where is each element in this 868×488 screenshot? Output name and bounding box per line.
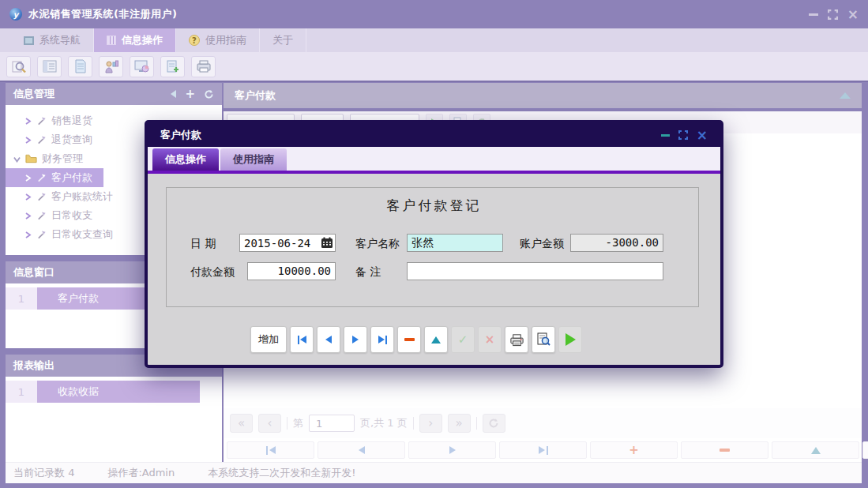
folder-icon — [25, 154, 37, 163]
first-record-button[interactable] — [290, 326, 314, 353]
tree-item-return-query[interactable]: 退货查询 — [6, 130, 103, 149]
system-message: 本系统支持二次开发和全新开发! — [208, 466, 355, 480]
window-pane-icon — [24, 36, 34, 45]
report-list-item[interactable]: 1 收款收据 — [6, 381, 200, 403]
customer-name-field[interactable]: 张然 — [407, 234, 503, 252]
dialog-tab-user-guide[interactable]: 使用指南 — [220, 148, 287, 171]
record-count-status: 当前记录数 4 — [13, 466, 74, 480]
date-field[interactable]: 2015-06-24 — [239, 234, 336, 252]
application-window: y 水泥销售管理系统(非注册用户) × 系统导航 信息操作 ? 使用指南 关于 — [0, 0, 868, 488]
customer-name-label: 客户名称 — [355, 234, 400, 253]
prev-record-button[interactable] — [317, 326, 340, 353]
collapse-left-icon[interactable] — [171, 90, 176, 98]
operator-status: 操作者:Admin — [107, 466, 175, 480]
confirm-record-button[interactable]: ✓ — [862, 441, 868, 459]
run-button[interactable] — [558, 326, 582, 353]
document-icon[interactable] — [68, 56, 92, 77]
chevron-right-icon — [24, 118, 32, 125]
tree-item-customer-account-stats[interactable]: 客户账款统计 — [6, 187, 124, 206]
dialog-title: 客户付款 — [160, 128, 201, 142]
report-list: 1 收款收据 — [6, 377, 222, 462]
tree-item-customer-payment[interactable]: 客户付款 — [6, 168, 103, 187]
confirm-button: ✓ — [451, 326, 475, 353]
page-label-suffix: 页,共 1 页 — [360, 416, 408, 430]
collapse-up-icon[interactable] — [840, 92, 851, 99]
info-panel-header: 信息管理 + — [6, 83, 222, 105]
tree-item-sales-return[interactable]: 销售退货 — [6, 111, 103, 130]
dialog-minimize-icon[interactable] — [661, 134, 670, 137]
account-balance-label: 账户金额 — [520, 234, 564, 253]
last-page-button[interactable]: » — [448, 414, 471, 433]
tab-system-nav[interactable]: 系统导航 — [11, 28, 94, 52]
document-add-icon[interactable] — [160, 56, 185, 77]
tool-icon — [36, 135, 47, 145]
tool-icon — [36, 116, 47, 126]
first-record-button[interactable] — [227, 441, 314, 459]
print-icon[interactable] — [505, 326, 528, 353]
help-icon: ? — [189, 35, 200, 46]
refresh-icon[interactable] — [204, 89, 214, 99]
table-view-icon[interactable] — [37, 56, 62, 77]
last-record-button[interactable] — [499, 441, 587, 459]
next-record-button[interactable] — [408, 441, 496, 459]
tree-item-daily-income-expense[interactable]: 日常收支 — [6, 206, 103, 225]
printer-icon[interactable] — [191, 56, 216, 77]
remark-field[interactable] — [407, 262, 663, 280]
content-panel-header: 客户付款 — [224, 83, 862, 108]
search-icon[interactable] — [6, 56, 31, 77]
delete-record-button[interactable] — [681, 441, 768, 459]
tab-user-guide[interactable]: ? 使用指南 — [176, 28, 260, 52]
next-record-button[interactable] — [344, 326, 367, 353]
page-label-prefix: 第 — [293, 416, 303, 430]
last-record-button[interactable] — [370, 326, 394, 353]
info-panel-title: 信息管理 — [13, 87, 54, 101]
dialog-tab-info-operate[interactable]: 信息操作 — [152, 148, 219, 171]
account-balance-field: -3000.00 — [570, 234, 663, 252]
prev-record-button[interactable] — [318, 441, 405, 459]
dialog-tab-bar: 信息操作 使用指南 — [148, 147, 720, 171]
tab-about[interactable]: 关于 — [260, 28, 306, 52]
next-page-button[interactable]: › — [419, 414, 442, 433]
close-icon[interactable]: × — [847, 8, 859, 21]
prev-page-button[interactable]: ‹ — [258, 414, 281, 433]
tab-info-operate[interactable]: 信息操作 — [94, 28, 176, 52]
window-titlebar: y 水泥销售管理系统(非注册用户) × — [0, 0, 868, 28]
tool-icon — [36, 230, 47, 240]
form-title: 客户付款登记 — [148, 197, 720, 215]
add-record-button[interactable]: + — [590, 441, 678, 459]
add-icon[interactable]: + — [185, 88, 195, 100]
date-value[interactable]: 2015-06-24 — [240, 237, 318, 250]
icon-toolbar — [0, 52, 868, 82]
pagination-bar: « ‹ 第 1 页,共 1 页 › » — [224, 408, 862, 438]
first-page-button[interactable]: « — [230, 414, 253, 433]
edit-record-button[interactable] — [424, 326, 448, 353]
refresh-page-icon[interactable] — [483, 414, 505, 433]
page-number-input[interactable]: 1 — [309, 415, 355, 432]
calendar-icon[interactable] — [318, 235, 335, 251]
remark-label: 备 注 — [355, 262, 381, 281]
tool-icon — [36, 192, 47, 202]
window-panel-title: 信息窗口 — [13, 265, 54, 280]
tree-folder-finance[interactable]: 财务管理 — [6, 149, 94, 168]
minimize-icon[interactable] — [809, 13, 818, 16]
tool-icon — [36, 211, 47, 221]
status-bar: 当前记录数 4 操作者:Admin 本系统支持二次开发和全新开发! — [6, 462, 862, 483]
cancel-button: × — [478, 326, 502, 353]
payment-amount-field[interactable]: 10000.00 — [247, 262, 336, 280]
user-report-icon[interactable] — [99, 56, 123, 77]
restore-icon[interactable] — [828, 9, 838, 20]
chevron-down-icon — [13, 156, 21, 163]
record-nav-bar: + ✓ × 1 — [224, 438, 862, 462]
tool-icon — [36, 173, 47, 183]
monitor-chart-icon[interactable] — [130, 56, 154, 77]
add-button[interactable]: 增加 — [250, 326, 287, 353]
chevron-right-icon — [24, 175, 32, 182]
dialog-close-icon[interactable]: × — [697, 129, 708, 142]
main-tab-bar: 系统导航 信息操作 ? 使用指南 关于 — [0, 28, 868, 52]
chevron-right-icon — [24, 231, 32, 238]
edit-record-button[interactable] — [772, 441, 859, 459]
tree-item-daily-income-expense-query[interactable]: 日常收支查询 — [6, 225, 124, 244]
dialog-maximize-icon[interactable] — [678, 130, 688, 140]
delete-record-button[interactable] — [397, 326, 421, 353]
print-preview-icon[interactable] — [532, 326, 555, 353]
